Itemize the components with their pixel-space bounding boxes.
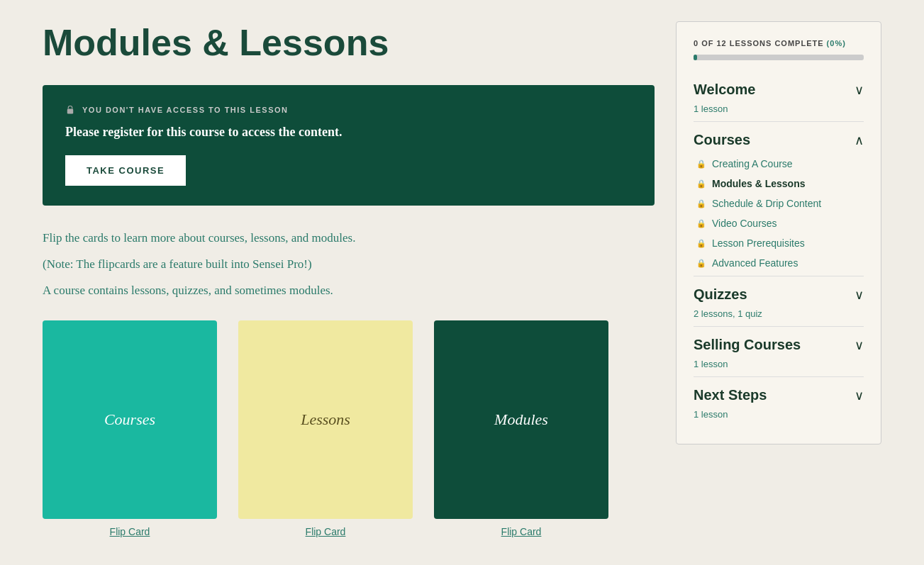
sidebar: 0 OF 12 LESSONS COMPLETE (0%) Welcome∨1 … [676, 21, 881, 444]
sidebar-lesson-label-courses-0: Creating A Course [712, 158, 793, 169]
sidebar-lesson-label-courses-3: Video Courses [712, 218, 777, 229]
sidebar-lesson-courses-5[interactable]: 🔒Advanced Features [694, 253, 864, 273]
modules-card-label: Modules [494, 410, 548, 429]
page-title: Modules & Lessons [43, 21, 655, 64]
lock-icon [65, 105, 75, 115]
flip-card-container-lessons-card: LessonsFlip Card [238, 320, 413, 537]
sidebar-section-courses: Courses∧🔒Creating A Course🔒Modules & Les… [694, 126, 864, 276]
flip-cards-row: CoursesFlip CardLessonsFlip CardModulesF… [43, 320, 655, 537]
sidebar-section-chevron-courses: ∧ [855, 134, 864, 147]
courses-card-label: Courses [104, 410, 155, 429]
sidebar-divider [694, 276, 864, 276]
sidebar-section-header-next-steps[interactable]: Next Steps∨ [694, 381, 864, 409]
sidebar-lesson-label-courses-5: Advanced Features [712, 257, 798, 269]
progress-bar-fill [694, 55, 697, 60]
sidebar-section-title-courses: Courses [694, 132, 750, 148]
sidebar-lesson-courses-1[interactable]: 🔒Modules & Lessons [694, 174, 864, 194]
sidebar-lesson-label-courses-4: Lesson Prerequisites [712, 237, 805, 249]
sidebar-section-header-courses[interactable]: Courses∧ [694, 126, 864, 154]
sidebar-section-selling-courses: Selling Courses∨1 lesson [694, 331, 864, 377]
sidebar-section-chevron-selling-courses: ∨ [855, 339, 864, 352]
main-content: Modules & Lessons YOU DON'T HAVE ACCESS … [43, 21, 655, 537]
sidebar-lesson-courses-4[interactable]: 🔒Lesson Prerequisites [694, 233, 864, 253]
lock-small-icon: 🔒 [696, 219, 706, 228]
no-access-label: YOU DON'T HAVE ACCESS TO THIS LESSON [82, 106, 289, 114]
sidebar-section-meta-selling-courses: 1 lesson [694, 359, 864, 369]
progress-bar [694, 55, 864, 60]
lessons-card-label: Lessons [301, 410, 350, 429]
flip-card-container-courses-card: CoursesFlip Card [43, 320, 217, 537]
sidebar-divider [694, 326, 864, 327]
progress-label: 0 OF 12 LESSONS COMPLETE (0%) [694, 39, 864, 47]
sidebar-divider [694, 376, 864, 377]
lock-small-icon: 🔒 [696, 179, 706, 189]
courses-card-flip-link[interactable]: Flip Card [110, 526, 150, 537]
sidebar-section-title-welcome: Welcome [694, 82, 755, 98]
flip-card-container-modules-card: ModulesFlip Card [434, 320, 608, 537]
modules-card[interactable]: Modules [434, 320, 608, 519]
sidebar-sections: Welcome∨1 lessonCourses∧🔒Creating A Cour… [694, 76, 864, 420]
progress-text: 0 OF 12 LESSONS COMPLETE (0%) [694, 39, 846, 47]
sidebar-section-title-next-steps: Next Steps [694, 387, 767, 403]
lock-row: YOU DON'T HAVE ACCESS TO THIS LESSON [65, 105, 632, 115]
description-line2: (Note: The flipcards are a feature built… [43, 254, 655, 274]
sidebar-section-chevron-next-steps: ∨ [855, 389, 864, 402]
sidebar-section-header-quizzes[interactable]: Quizzes∨ [694, 281, 864, 308]
sidebar-section-chevron-welcome: ∨ [855, 84, 864, 96]
sidebar-section-title-quizzes: Quizzes [694, 286, 747, 303]
sidebar-section-welcome: Welcome∨1 lesson [694, 76, 864, 122]
lock-small-icon: 🔒 [696, 259, 706, 268]
sidebar-section-next-steps: Next Steps∨1 lesson [694, 381, 864, 420]
lessons-card[interactable]: Lessons [238, 320, 413, 519]
sidebar-section-header-welcome[interactable]: Welcome∨ [694, 76, 864, 104]
courses-card[interactable]: Courses [43, 320, 217, 519]
lock-small-icon: 🔒 [696, 199, 706, 208]
sidebar-lesson-courses-3[interactable]: 🔒Video Courses [694, 213, 864, 233]
sidebar-section-header-selling-courses[interactable]: Selling Courses∨ [694, 331, 864, 359]
sidebar-lesson-label-courses-1: Modules & Lessons [712, 178, 805, 189]
description-line3: A course contains lessons, quizzes, and … [43, 281, 655, 300]
take-course-button[interactable]: TAKE COURSE [65, 155, 186, 186]
modules-card-flip-link[interactable]: Flip Card [501, 526, 542, 537]
sidebar-section-meta-quizzes: 2 lessons, 1 quiz [694, 308, 864, 319]
lock-small-icon: 🔒 [696, 160, 706, 169]
lock-small-icon: 🔒 [696, 239, 706, 248]
sidebar-section-title-selling-courses: Selling Courses [694, 337, 801, 353]
svg-rect-0 [67, 109, 73, 114]
sidebar-section-meta-next-steps: 1 lesson [694, 409, 864, 420]
lessons-card-flip-link[interactable]: Flip Card [306, 526, 346, 537]
register-message: Please register for this course to acces… [65, 125, 632, 140]
sidebar-section-meta-welcome: 1 lesson [694, 104, 864, 114]
sidebar-lesson-label-courses-2: Schedule & Drip Content [712, 198, 821, 209]
sidebar-section-chevron-quizzes: ∨ [855, 289, 864, 301]
sidebar-divider [694, 121, 864, 122]
sidebar-section-quizzes: Quizzes∨2 lessons, 1 quiz [694, 281, 864, 327]
sidebar-lesson-courses-2[interactable]: 🔒Schedule & Drip Content [694, 194, 864, 213]
access-banner: YOU DON'T HAVE ACCESS TO THIS LESSON Ple… [43, 85, 655, 206]
sidebar-lesson-courses-0[interactable]: 🔒Creating A Course [694, 154, 864, 174]
description-line1: Flip the cards to learn more about cours… [43, 228, 655, 247]
